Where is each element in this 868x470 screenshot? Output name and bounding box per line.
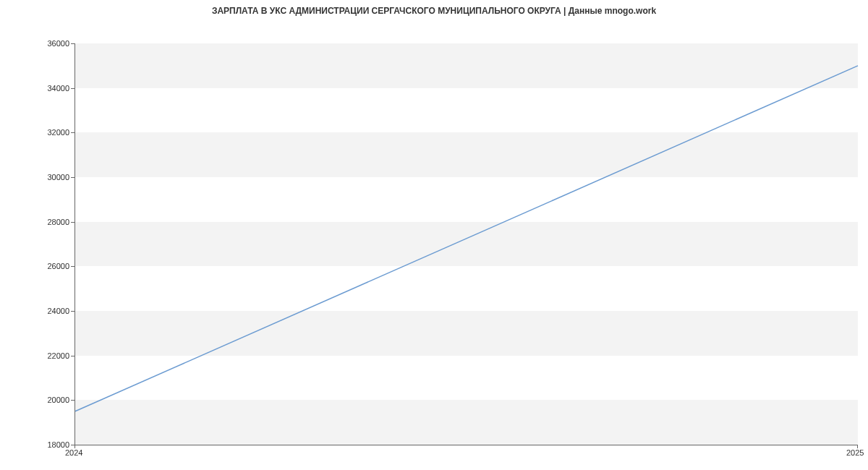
x-tick-label: 2024 bbox=[65, 448, 82, 457]
y-tick-label: 22000 bbox=[47, 351, 69, 360]
x-tick-label: 2025 bbox=[846, 448, 864, 457]
line-series bbox=[75, 43, 858, 445]
y-tick-label: 24000 bbox=[47, 307, 69, 315]
y-tick-label: 32000 bbox=[47, 128, 69, 137]
y-tick-label: 28000 bbox=[47, 218, 69, 226]
plot-area bbox=[75, 43, 858, 445]
y-tick-label: 20000 bbox=[47, 396, 69, 404]
chart-title: ЗАРПЛАТА В УКС АДМИНИСТРАЦИИ СЕРГАЧСКОГО… bbox=[0, 0, 868, 16]
data-line bbox=[75, 66, 858, 411]
y-tick-label: 30000 bbox=[47, 173, 69, 181]
y-tick-label: 26000 bbox=[47, 262, 69, 270]
y-tick-label: 34000 bbox=[47, 84, 69, 93]
y-tick-label: 36000 bbox=[47, 39, 69, 48]
